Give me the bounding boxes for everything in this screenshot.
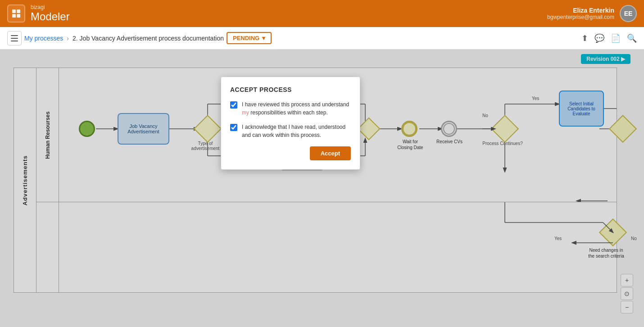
canvas: Revision 002 ▶ Advertisements Human Reso… xyxy=(0,50,644,327)
toolbar: My processes › 2. Job Vacancy Advertisem… xyxy=(0,27,644,50)
user-info: Eliza Enterkin bgwpenterprise@gmail.com xyxy=(547,7,614,20)
app-name: Modeler xyxy=(31,10,70,23)
document-icon[interactable]: 📄 xyxy=(611,33,621,43)
checkbox-2[interactable] xyxy=(230,124,237,131)
status-badge[interactable]: PENDING ▾ xyxy=(227,32,272,44)
modal-item-1: I have reviewed this process and underst… xyxy=(230,100,351,117)
avatar[interactable]: EE xyxy=(620,5,637,22)
chevron-down-icon: ▾ xyxy=(262,35,265,41)
breadcrumb-separator: › xyxy=(67,35,69,42)
svg-rect-1 xyxy=(17,9,20,13)
app-header: bizagi Modeler Eliza Enterkin bgwpenterp… xyxy=(0,0,644,27)
svg-rect-3 xyxy=(17,14,20,18)
brand-name: bizagi xyxy=(31,4,70,10)
modal-title: ACCEPT PROCESS xyxy=(230,86,351,93)
upload-icon[interactable]: ⬆ xyxy=(581,33,588,43)
modal-item-2: I acknowledge that I have read, understo… xyxy=(230,123,351,139)
header-left: bizagi Modeler xyxy=(7,4,70,23)
modal-text-1: I have reviewed this process and underst… xyxy=(242,100,351,117)
svg-rect-0 xyxy=(12,9,16,13)
breadcrumb-current: 2. Job Vacancy Advertisement process doc… xyxy=(73,35,224,42)
checkbox-1[interactable] xyxy=(230,101,237,109)
toolbar-right: ⬆ 💬 📄 🔍 xyxy=(581,33,637,43)
svg-rect-4 xyxy=(11,35,18,36)
svg-rect-6 xyxy=(11,41,18,41)
sidebar-toggle-button[interactable] xyxy=(7,31,22,45)
user-name: Eliza Enterkin xyxy=(547,7,614,14)
breadcrumb: My processes › 2. Job Vacancy Advertisem… xyxy=(24,35,224,42)
comment-icon[interactable]: 💬 xyxy=(594,33,604,43)
breadcrumb-parent[interactable]: My processes xyxy=(24,35,63,42)
search-icon[interactable]: 🔍 xyxy=(627,33,637,43)
modal-text-2: I acknowledge that I have read, understo… xyxy=(242,123,351,139)
header-right: Eliza Enterkin bgwpenterprise@gmail.com … xyxy=(547,5,637,22)
modal-footer: Accept xyxy=(230,146,351,160)
svg-rect-2 xyxy=(12,14,16,18)
user-email: bgwpenterprise@gmail.com xyxy=(547,14,614,20)
modal-overlay: ACCEPT PROCESS I have reviewed this proc… xyxy=(0,50,644,327)
svg-rect-5 xyxy=(11,38,18,39)
app-title: bizagi Modeler xyxy=(31,4,70,23)
status-label: PENDING xyxy=(233,35,259,41)
accept-button[interactable]: Accept xyxy=(310,146,351,160)
accept-process-modal: ACCEPT PROCESS I have reviewed this proc… xyxy=(221,77,360,170)
toolbar-left: My processes › 2. Job Vacancy Advertisem… xyxy=(7,31,577,45)
logo-box[interactable] xyxy=(7,5,25,23)
